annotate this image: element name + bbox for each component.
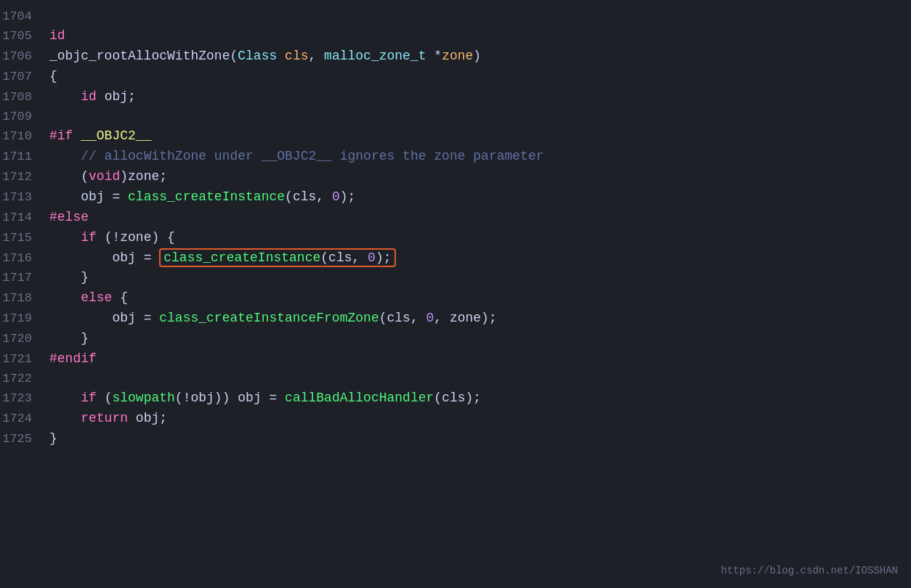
table-row: 1720 } [0,329,911,349]
code-content: obj = class_createInstanceFromZone(cls, … [49,309,896,329]
table-row: 1718 else { [0,288,911,309]
code-content: id [49,26,896,46]
code-content: else { [49,288,896,309]
code-content: } [49,268,896,288]
code-content: (void)zone; [49,167,896,187]
line-number: 1711 [0,147,49,166]
line-number: 1718 [0,289,49,308]
table-row: 1711 // allocWithZone under __OBJC2__ ig… [0,147,911,167]
line-number: 1719 [0,309,49,328]
line-number: 1721 [0,350,49,369]
line-number: 1710 [0,127,49,146]
table-row: 1707 { [0,67,911,87]
table-row: 1712 (void)zone; [0,167,911,187]
code-content: obj = class_createInstance(cls, 0); [49,248,896,269]
line-number: 1724 [0,409,49,428]
table-row: 1723 if (slowpath(!obj)) obj = callBadAl… [0,388,911,409]
table-row: 1716 obj = class_createInstance(cls, 0); [0,248,911,269]
code-content: if (!zone) { [49,228,896,248]
table-row: 1721 #endif [0,349,911,369]
code-content: #else [49,208,896,228]
line-number: 1716 [0,249,49,268]
code-content: #endif [49,349,896,369]
line-number: 1725 [0,430,49,449]
line-number: 1704 [0,7,49,26]
code-content: obj = class_createInstance(cls, 0); [49,187,896,208]
table-row: 1713 obj = class_createInstance(cls, 0); [0,187,911,208]
table-row: 1705 id [0,26,911,46]
line-number: 1722 [0,369,49,388]
code-content: // allocWithZone under __OBJC2__ ignores… [49,147,896,167]
table-row: 1709 [0,107,911,126]
code-content: } [49,429,896,449]
table-row: 1719 obj = class_createInstanceFromZone(… [0,309,911,329]
table-row: 1706 _objc_rootAllocWithZone(Class cls, … [0,46,911,67]
table-row: 1714 #else [0,208,911,228]
code-content: id obj; [49,87,896,107]
watermark: https://blog.csdn.net/IOSSHAN [721,563,898,579]
line-number: 1708 [0,88,49,107]
table-row: 1708 id obj; [0,87,911,107]
table-row: 1725 } [0,429,911,449]
highlight-box: class_createInstance(cls, 0); [159,248,395,267]
table-row: 1710 #if __OBJC2__ [0,126,911,147]
table-row: 1704 [0,7,911,26]
line-number: 1705 [0,27,49,46]
table-row: 1717 } [0,268,911,288]
line-number: 1717 [0,269,49,287]
line-number: 1714 [0,208,49,227]
code-editor: 1704 1705 id 1706 _objc_rootAllocWithZon… [0,0,911,588]
line-number: 1707 [0,68,49,86]
line-number: 1712 [0,168,49,187]
table-row: 1722 [0,369,911,388]
code-content: { [49,67,896,87]
line-number: 1715 [0,229,49,248]
code-content: if (slowpath(!obj)) obj = callBadAllocHa… [49,388,896,409]
table-row: 1715 if (!zone) { [0,228,911,248]
line-number: 1720 [0,330,49,348]
table-row: 1724 return obj; [0,409,911,429]
line-number: 1723 [0,389,49,408]
code-content: _objc_rootAllocWithZone(Class cls, mallo… [49,46,896,67]
code-content: } [49,329,896,349]
code-content: #if __OBJC2__ [49,126,896,147]
code-content: return obj; [49,409,896,429]
line-number: 1706 [0,47,49,66]
line-number: 1713 [0,188,49,207]
line-number: 1709 [0,107,49,126]
